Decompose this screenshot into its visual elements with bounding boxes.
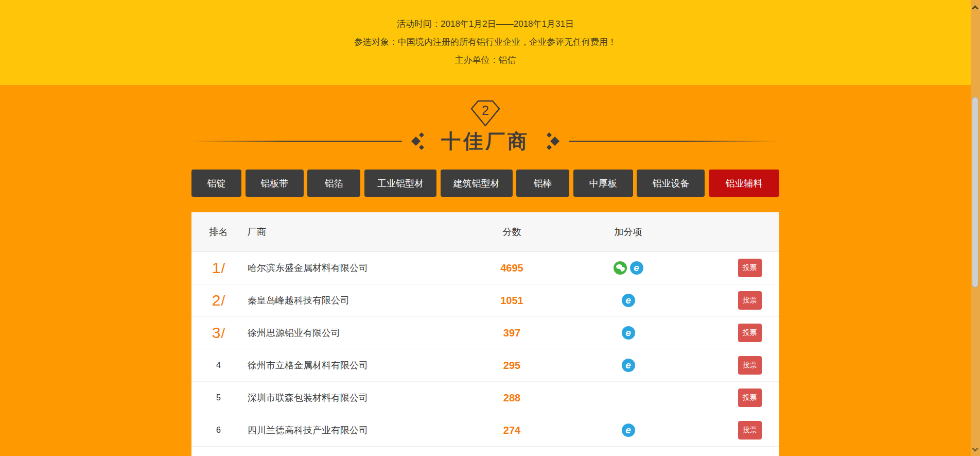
vote-button[interactable]: 投票 [738, 389, 762, 407]
rank-value: 6 [191, 426, 246, 435]
page-title: 十佳厂商 [441, 128, 530, 155]
company-name: 四川兰德高科技产业有限公司 [246, 424, 487, 436]
rank-value: 5 [191, 393, 246, 402]
internet-explorer-icon[interactable]: e [622, 359, 635, 372]
internet-explorer-icon[interactable]: e [622, 424, 635, 437]
table-row: 2 秦皇岛峰越科技有限公司 1051 e 投票 [191, 284, 779, 317]
event-eligibility: 参选对象：中国境内注册的所有铝行业企业，企业参评无任何费用！ [0, 33, 971, 51]
scrollbar-thumb[interactable] [972, 97, 978, 288]
tab-aluminum-foil[interactable]: 铝箔 [307, 170, 360, 197]
tab-aluminum-rod[interactable]: 铝棒 [516, 170, 569, 197]
internet-explorer-icon[interactable]: e [630, 261, 643, 275]
event-time: 活动时间：2018年1月2日——2018年1月31日 [0, 15, 971, 33]
table-row: 1 哈尔滨东盛金属材料有限公司 4695 e 投票 [191, 252, 779, 284]
table-row: 3 徐州思源铝业有限公司 397 e 投票 [191, 317, 779, 349]
tab-industrial-profile[interactable]: 工业铝型材 [364, 170, 436, 197]
tab-aluminum-ingot[interactable]: 铝锭 [191, 170, 241, 197]
vote-button[interactable]: 投票 [738, 421, 762, 440]
company-name: 徐州市立格金属材料有限公司 [246, 359, 487, 371]
diamond-cluster-icon [546, 131, 559, 151]
event-organizer: 主办单位：铝信 [0, 51, 971, 69]
scroll-up-arrow-icon[interactable] [972, 5, 978, 12]
internet-explorer-icon[interactable]: e [622, 294, 635, 307]
score-value: 397 [487, 327, 536, 339]
vote-button[interactable]: 投票 [738, 324, 762, 342]
scroll-down-arrow-icon[interactable] [972, 445, 978, 452]
vote-button[interactable]: 投票 [738, 291, 762, 310]
rank-value: 3 [191, 324, 246, 342]
vertical-scrollbar[interactable] [971, 0, 980, 456]
tab-aluminum-auxiliary[interactable]: 铝业辅料 [709, 170, 779, 197]
vote-button[interactable]: 投票 [738, 356, 762, 375]
score-value: 274 [487, 425, 536, 436]
ranking-table: 排名 厂商 分数 加分项 1 哈尔滨东盛金属材料有限公司 4695 e 投票 [191, 212, 779, 456]
table-row: 5 深圳市联森包装材料有限公司 288 投票 [191, 382, 779, 414]
header-bonus: 加分项 [536, 226, 720, 238]
score-value: 288 [487, 392, 536, 404]
header-company: 厂商 [246, 226, 487, 238]
table-row-clipped [191, 447, 779, 456]
tab-construction-profile[interactable]: 建筑铝型材 [441, 170, 513, 197]
company-name: 深圳市联森包装材料有限公司 [246, 392, 487, 404]
company-name: 哈尔滨东盛金属材料有限公司 [246, 262, 487, 274]
rank-value: 2 [191, 292, 246, 309]
divider-line [191, 141, 402, 142]
category-tabs: 铝锭 铝板带 铝箔 工业铝型材 建筑铝型材 铝棒 中厚板 铝业设备 铝业辅料 [191, 170, 779, 197]
rank-value: 1 [191, 259, 246, 277]
table-row: 4 徐州市立格金属材料有限公司 295 e 投票 [191, 349, 779, 382]
tab-aluminum-equipment[interactable]: 铝业设备 [637, 170, 705, 197]
score-value: 1051 [487, 295, 536, 307]
badge-number: 2 [470, 103, 501, 118]
score-value: 295 [487, 360, 536, 371]
main-section: 2 十佳厂商 铝锭 铝板带 [0, 99, 971, 456]
header-score: 分数 [487, 226, 536, 238]
tab-medium-plate[interactable]: 中厚板 [573, 170, 633, 197]
company-name: 徐州思源铝业有限公司 [246, 327, 487, 339]
section-number-badge: 2 [470, 99, 501, 127]
company-name: 秦皇岛峰越科技有限公司 [246, 294, 487, 307]
divider-line [569, 141, 779, 142]
wechat-icon[interactable] [614, 261, 627, 275]
score-value: 4695 [487, 262, 536, 274]
rank-value: 4 [191, 361, 246, 370]
tab-aluminum-strip[interactable]: 铝板带 [246, 170, 304, 197]
page: 活动时间：2018年1月2日——2018年1月31日 参选对象：中国境内注册的所… [0, 0, 971, 456]
internet-explorer-icon[interactable]: e [622, 326, 635, 340]
section-title-row: 十佳厂商 [191, 130, 779, 152]
diamond-cluster-icon [411, 131, 425, 151]
table-header: 排名 厂商 分数 加分项 [191, 212, 779, 252]
vote-button[interactable]: 投票 [738, 259, 762, 277]
table-row: 6 四川兰德高科技产业有限公司 274 e 投票 [191, 414, 779, 447]
header-rank: 排名 [191, 226, 246, 238]
event-banner: 活动时间：2018年1月2日——2018年1月31日 参选对象：中国境内注册的所… [0, 0, 971, 85]
